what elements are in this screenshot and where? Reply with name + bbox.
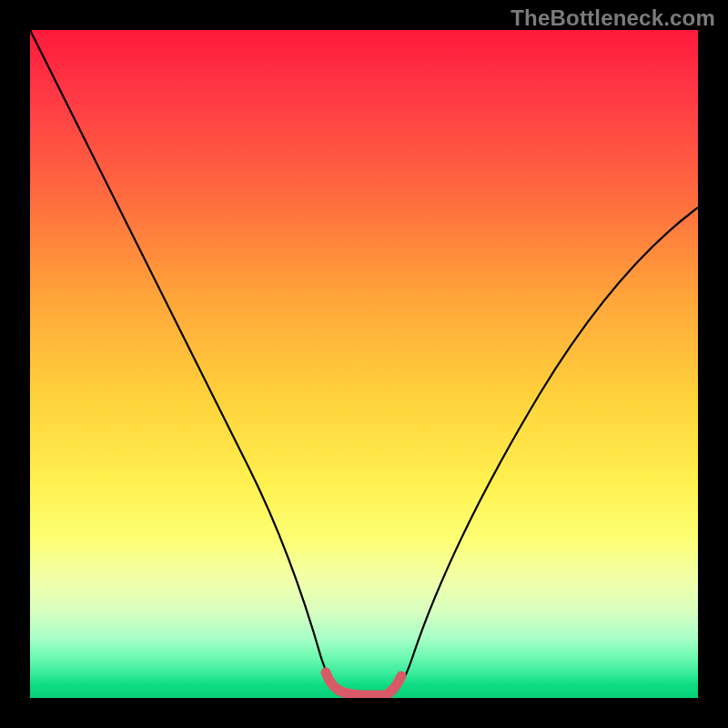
optimal-zone-marker <box>326 672 401 695</box>
plot-area <box>30 30 698 698</box>
chart-frame: TheBottleneck.com <box>0 0 728 728</box>
bottleneck-curve <box>30 30 698 694</box>
curve-layer <box>30 30 698 698</box>
watermark-text: TheBottleneck.com <box>511 5 715 31</box>
